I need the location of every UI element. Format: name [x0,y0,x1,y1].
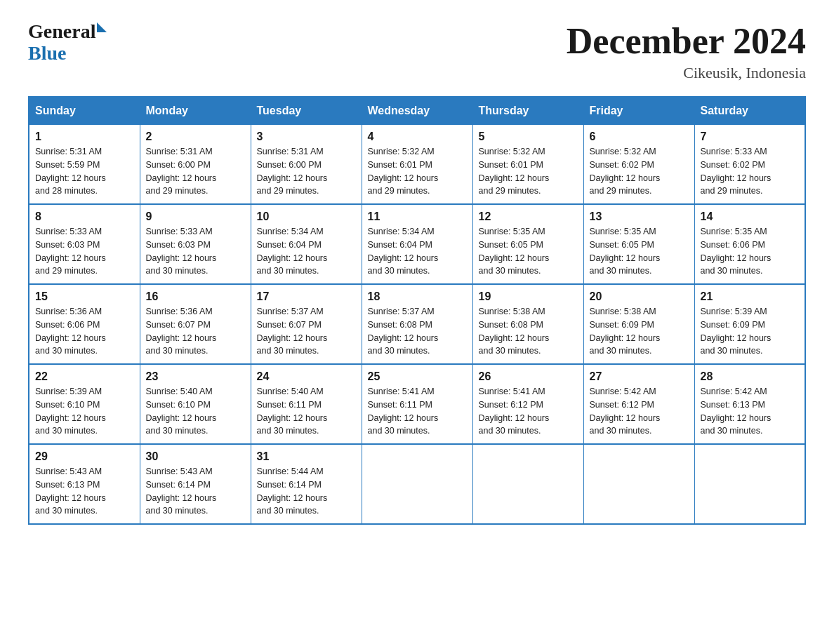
day-number: 13 [590,210,689,223]
day-info: Sunrise: 5:39 AMSunset: 6:09 PMDaylight:… [701,305,800,358]
day-number: 30 [146,450,245,463]
logo: General Blue [28,21,107,65]
day-number: 25 [368,370,467,383]
calendar-cell: 17Sunrise: 5:37 AMSunset: 6:07 PMDayligh… [251,284,362,364]
calendar-cell: 21Sunrise: 5:39 AMSunset: 6:09 PMDayligh… [694,284,805,364]
day-number: 8 [35,210,134,223]
day-number: 15 [35,290,134,303]
day-info: Sunrise: 5:39 AMSunset: 6:10 PMDaylight:… [35,385,134,438]
col-header-saturday: Saturday [694,97,805,125]
calendar-cell: 22Sunrise: 5:39 AMSunset: 6:10 PMDayligh… [29,364,140,444]
calendar-week-row: 29Sunrise: 5:43 AMSunset: 6:13 PMDayligh… [29,444,805,524]
day-number: 4 [368,130,467,143]
calendar-cell: 11Sunrise: 5:34 AMSunset: 6:04 PMDayligh… [362,204,472,284]
logo-general-text: General [28,21,95,43]
day-number: 3 [257,130,356,143]
day-info: Sunrise: 5:32 AMSunset: 6:02 PMDaylight:… [590,145,689,198]
calendar-cell: 19Sunrise: 5:38 AMSunset: 6:08 PMDayligh… [472,284,583,364]
day-number: 21 [701,290,800,303]
day-info: Sunrise: 5:35 AMSunset: 6:05 PMDaylight:… [590,225,689,278]
calendar-cell: 4Sunrise: 5:32 AMSunset: 6:01 PMDaylight… [362,125,472,205]
calendar-week-row: 1Sunrise: 5:31 AMSunset: 5:59 PMDaylight… [29,125,805,205]
calendar-cell: 12Sunrise: 5:35 AMSunset: 6:05 PMDayligh… [472,204,583,284]
day-info: Sunrise: 5:37 AMSunset: 6:07 PMDaylight:… [257,305,356,358]
day-info: Sunrise: 5:31 AMSunset: 5:59 PMDaylight:… [35,145,134,198]
calendar-cell: 16Sunrise: 5:36 AMSunset: 6:07 PMDayligh… [140,284,251,364]
calendar-cell: 31Sunrise: 5:44 AMSunset: 6:14 PMDayligh… [251,444,362,524]
calendar-cell: 1Sunrise: 5:31 AMSunset: 5:59 PMDaylight… [29,125,140,205]
logo-triangle-icon [97,22,107,32]
day-info: Sunrise: 5:34 AMSunset: 6:04 PMDaylight:… [368,225,467,278]
day-info: Sunrise: 5:36 AMSunset: 6:06 PMDaylight:… [35,305,134,358]
day-info: Sunrise: 5:41 AMSunset: 6:12 PMDaylight:… [479,385,578,438]
day-info: Sunrise: 5:44 AMSunset: 6:14 PMDaylight:… [257,465,356,518]
calendar-cell: 20Sunrise: 5:38 AMSunset: 6:09 PMDayligh… [583,284,694,364]
day-info: Sunrise: 5:35 AMSunset: 6:06 PMDaylight:… [701,225,800,278]
day-number: 14 [701,210,800,223]
title-block: December 2024 Cikeusik, Indonesia [567,21,806,82]
col-header-tuesday: Tuesday [251,97,362,125]
calendar-cell: 23Sunrise: 5:40 AMSunset: 6:10 PMDayligh… [140,364,251,444]
calendar-cell [583,444,694,524]
calendar-cell: 3Sunrise: 5:31 AMSunset: 6:00 PMDaylight… [251,125,362,205]
day-info: Sunrise: 5:38 AMSunset: 6:09 PMDaylight:… [590,305,689,358]
day-number: 5 [479,130,578,143]
calendar-cell: 14Sunrise: 5:35 AMSunset: 6:06 PMDayligh… [694,204,805,284]
day-info: Sunrise: 5:40 AMSunset: 6:11 PMDaylight:… [257,385,356,438]
calendar-week-row: 15Sunrise: 5:36 AMSunset: 6:06 PMDayligh… [29,284,805,364]
day-info: Sunrise: 5:43 AMSunset: 6:14 PMDaylight:… [146,465,245,518]
day-info: Sunrise: 5:42 AMSunset: 6:13 PMDaylight:… [701,385,800,438]
calendar-cell: 10Sunrise: 5:34 AMSunset: 6:04 PMDayligh… [251,204,362,284]
calendar-cell: 7Sunrise: 5:33 AMSunset: 6:02 PMDaylight… [694,125,805,205]
calendar-cell [362,444,472,524]
day-info: Sunrise: 5:34 AMSunset: 6:04 PMDaylight:… [257,225,356,278]
calendar-cell: 5Sunrise: 5:32 AMSunset: 6:01 PMDaylight… [472,125,583,205]
day-number: 16 [146,290,245,303]
calendar-cell: 25Sunrise: 5:41 AMSunset: 6:11 PMDayligh… [362,364,472,444]
day-info: Sunrise: 5:31 AMSunset: 6:00 PMDaylight:… [257,145,356,198]
day-number: 26 [479,370,578,383]
calendar-cell: 2Sunrise: 5:31 AMSunset: 6:00 PMDaylight… [140,125,251,205]
day-number: 12 [479,210,578,223]
day-info: Sunrise: 5:31 AMSunset: 6:00 PMDaylight:… [146,145,245,198]
col-header-thursday: Thursday [472,97,583,125]
col-header-friday: Friday [583,97,694,125]
day-info: Sunrise: 5:35 AMSunset: 6:05 PMDaylight:… [479,225,578,278]
day-info: Sunrise: 5:40 AMSunset: 6:10 PMDaylight:… [146,385,245,438]
day-number: 18 [368,290,467,303]
day-number: 23 [146,370,245,383]
day-number: 17 [257,290,356,303]
calendar-cell [694,444,805,524]
calendar-cell: 30Sunrise: 5:43 AMSunset: 6:14 PMDayligh… [140,444,251,524]
col-header-sunday: Sunday [29,97,140,125]
calendar-cell: 26Sunrise: 5:41 AMSunset: 6:12 PMDayligh… [472,364,583,444]
calendar-cell: 13Sunrise: 5:35 AMSunset: 6:05 PMDayligh… [583,204,694,284]
calendar-cell [472,444,583,524]
day-number: 22 [35,370,134,383]
col-header-wednesday: Wednesday [362,97,472,125]
day-info: Sunrise: 5:42 AMSunset: 6:12 PMDaylight:… [590,385,689,438]
calendar-table: SundayMondayTuesdayWednesdayThursdayFrid… [28,96,806,525]
calendar-cell: 8Sunrise: 5:33 AMSunset: 6:03 PMDaylight… [29,204,140,284]
day-number: 20 [590,290,689,303]
day-number: 1 [35,130,134,143]
calendar-header-row: SundayMondayTuesdayWednesdayThursdayFrid… [29,97,805,125]
day-info: Sunrise: 5:33 AMSunset: 6:03 PMDaylight:… [146,225,245,278]
day-info: Sunrise: 5:36 AMSunset: 6:07 PMDaylight:… [146,305,245,358]
day-number: 24 [257,370,356,383]
calendar-cell: 18Sunrise: 5:37 AMSunset: 6:08 PMDayligh… [362,284,472,364]
calendar-cell: 24Sunrise: 5:40 AMSunset: 6:11 PMDayligh… [251,364,362,444]
month-title: December 2024 [567,21,806,61]
location-text: Cikeusik, Indonesia [567,64,806,82]
calendar-cell: 27Sunrise: 5:42 AMSunset: 6:12 PMDayligh… [583,364,694,444]
day-info: Sunrise: 5:41 AMSunset: 6:11 PMDaylight:… [368,385,467,438]
day-info: Sunrise: 5:33 AMSunset: 6:03 PMDaylight:… [35,225,134,278]
page-header: General Blue December 2024 Cikeusik, Ind… [28,21,806,82]
day-number: 10 [257,210,356,223]
calendar-cell: 6Sunrise: 5:32 AMSunset: 6:02 PMDaylight… [583,125,694,205]
day-number: 6 [590,130,689,143]
day-info: Sunrise: 5:33 AMSunset: 6:02 PMDaylight:… [701,145,800,198]
day-number: 28 [701,370,800,383]
calendar-cell: 15Sunrise: 5:36 AMSunset: 6:06 PMDayligh… [29,284,140,364]
day-info: Sunrise: 5:38 AMSunset: 6:08 PMDaylight:… [479,305,578,358]
